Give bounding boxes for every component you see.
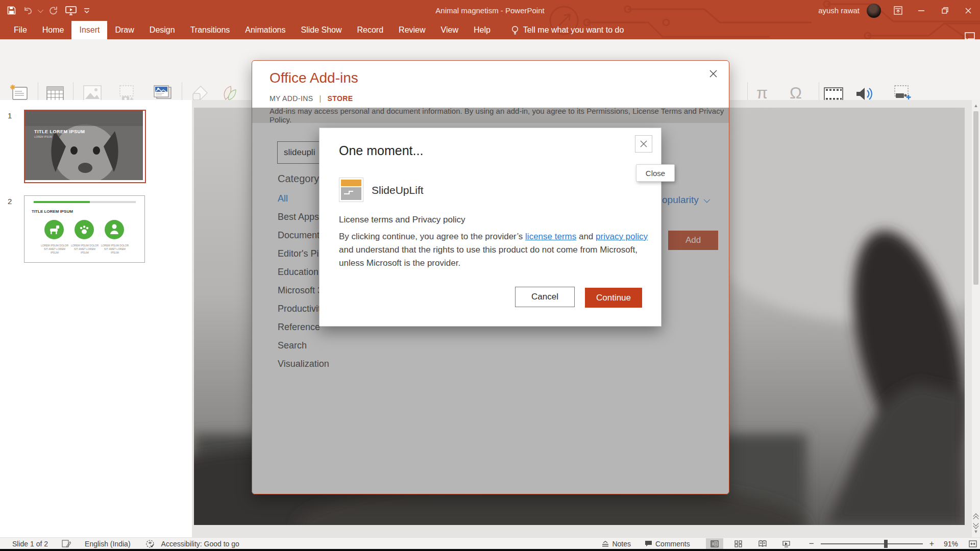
slideuplift-logo (339, 178, 363, 202)
next-slide-button[interactable] (973, 521, 978, 527)
license-privacy-heading: License terms and Privacy policy (339, 215, 465, 225)
slideshow-view-button[interactable] (778, 538, 795, 549)
dialog-close-button[interactable] (706, 67, 720, 80)
powerpoint-window: Animal magnetism - PowerPoint ayush rawa… (0, 0, 980, 551)
titlebar-right: ayush rawat (818, 0, 980, 21)
tell-me-search[interactable]: Tell me what you want to do (511, 21, 624, 39)
slide2-number: 2 (8, 197, 12, 206)
undo-dropdown-icon[interactable] (36, 9, 42, 13)
modal-title: One moment... (339, 143, 423, 158)
avatar[interactable] (867, 4, 881, 18)
slide2-title: TITLE LOREM IPSUM (32, 209, 73, 214)
scroll-up-icon[interactable]: ▲ (974, 102, 978, 109)
slide1-title: TITLE LOREM IPSUM (34, 129, 85, 134)
undo-button[interactable] (23, 7, 33, 15)
redo-button[interactable] (49, 6, 58, 15)
scrollbar-thumb[interactable] (973, 111, 978, 285)
theme-icon (62, 540, 71, 547)
privacy-policy-link[interactable]: privacy policy (596, 232, 648, 241)
slide2-progress-track (34, 201, 136, 203)
slide2-caption-2: LOREM IPSUM DOLOR SIT AMET LOREM IPSUM (70, 244, 100, 255)
zoom-level[interactable]: 91% (944, 540, 958, 548)
vertical-scrollbar[interactable]: ▲ ▼ (972, 100, 980, 537)
tab-animations[interactable]: Animations (237, 21, 293, 39)
dialog-title: Office Add-ins (270, 70, 358, 86)
license-terms-link[interactable]: license terms (525, 232, 576, 241)
slide2-progress-fill (34, 201, 90, 203)
ribbon-tabs: File Home Insert Draw Design Transitions… (0, 21, 980, 39)
scroll-down-icon[interactable]: ▼ (974, 528, 978, 535)
tab-my-addins[interactable]: MY ADD-INS (270, 94, 313, 103)
tab-review[interactable]: Review (391, 21, 433, 39)
slide2-caption-3: LOREM IPSUM DOLOR SIT AMET LOREM IPSUM (100, 244, 130, 255)
tab-store[interactable]: STORE (327, 94, 353, 103)
audio-icon (855, 81, 874, 102)
video-icon (824, 81, 843, 102)
pictures-icon (83, 81, 102, 102)
save-button[interactable] (7, 6, 16, 15)
screenshot-icon (118, 81, 136, 102)
license-body-text: By clicking continue, you agree to the p… (339, 230, 651, 270)
shapes-icon (192, 81, 209, 102)
notes-toggle[interactable]: Notes (602, 540, 631, 548)
new-slide-icon (9, 81, 28, 102)
status-bar: Slide 1 of 2 English (India) Accessibili… (0, 537, 980, 549)
tab-draw[interactable]: Draw (107, 21, 141, 39)
tab-transitions[interactable]: Transitions (183, 21, 238, 39)
slide1-subtitle: LOREM IPSUM (34, 135, 52, 138)
slide-sorter-view-button[interactable] (730, 538, 747, 549)
modal-close-button[interactable] (635, 135, 652, 153)
tab-record[interactable]: Record (350, 21, 391, 39)
slide-counter[interactable]: Slide 1 of 2 (12, 540, 48, 548)
tab-slideshow[interactable]: Slide Show (293, 21, 349, 39)
tab-help[interactable]: Help (466, 21, 498, 39)
icons-leaf-icon (220, 81, 238, 102)
photo-album-icon (153, 81, 172, 102)
notes-icon (602, 541, 609, 547)
slide2-caption-1: LOREM IPSUM DOLOR SIT AMET LOREM IPSUM (40, 244, 69, 255)
tab-home[interactable]: Home (35, 21, 72, 39)
zoom-in-button[interactable]: + (929, 539, 934, 548)
bottom-edge (0, 549, 980, 551)
previous-slide-button[interactable] (973, 513, 978, 518)
comments-icon (645, 540, 652, 547)
close-tooltip: Close (636, 164, 675, 182)
continue-button[interactable]: Continue (585, 288, 642, 308)
comments-toggle[interactable]: Comments (645, 540, 690, 548)
ribbon-display-options-icon[interactable] (886, 0, 910, 21)
slide1-thumbnail[interactable]: TITLE LOREM IPSUM LOREM IPSUM (24, 110, 146, 183)
fit-to-window-icon[interactable] (969, 540, 977, 547)
lightbulb-icon (511, 26, 519, 35)
dialog-tabs: MY ADD-INS | STORE (270, 94, 353, 103)
restore-button[interactable] (933, 0, 957, 21)
language-label[interactable]: English (India) (85, 540, 131, 548)
tab-design[interactable]: Design (142, 21, 183, 39)
start-slideshow-button[interactable] (65, 6, 77, 15)
symbol-omega-icon: Ω (790, 81, 802, 102)
slide1-number: 1 (8, 111, 12, 120)
zoom-slider-thumb[interactable] (884, 540, 888, 548)
reading-view-button[interactable] (754, 538, 771, 549)
slide2-thumbnail[interactable]: TITLE LOREM IPSUM LOREM IPSUM DOLOR SIT … (24, 195, 145, 263)
slide-thumbnail-panel: 1 TITLE LOREM IPSUM LOREM IPSUM 2 TITLE … (0, 100, 192, 537)
table-icon (46, 81, 64, 102)
tab-view[interactable]: View (433, 21, 466, 39)
addin-name: SlideUpLift (372, 184, 424, 196)
normal-view-button[interactable] (706, 538, 723, 549)
screen-recording-icon (893, 81, 912, 102)
one-moment-modal: One moment... SlideUpLift License terms … (319, 128, 662, 327)
user-name[interactable]: ayush rawat (818, 6, 860, 15)
zoom-out-button[interactable]: − (809, 539, 814, 549)
customize-qat-icon[interactable] (84, 8, 90, 14)
close-window-button[interactable] (957, 0, 980, 21)
titlebar: Animal magnetism - PowerPoint ayush rawa… (0, 0, 980, 39)
accessibility-label[interactable]: Accessibility: Good to go (161, 540, 239, 548)
equation-pi-icon: π (756, 81, 768, 102)
zoom-slider[interactable] (821, 543, 923, 544)
tab-insert[interactable]: Insert (71, 21, 107, 39)
accessibility-icon (145, 539, 155, 548)
minimize-button[interactable] (910, 0, 933, 21)
tab-file[interactable]: File (6, 21, 35, 39)
cancel-button[interactable]: Cancel (515, 287, 575, 307)
